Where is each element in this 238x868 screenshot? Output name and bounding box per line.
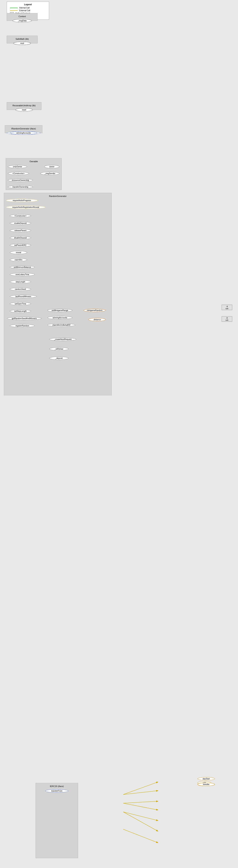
node-withdraw[interactable]: _withdraw	[49, 347, 69, 350]
context-label: Context	[9, 15, 35, 18]
legend-external-label: External Call	[19, 9, 30, 11]
node-createNextRequest[interactable]: _createNextRequest	[49, 338, 76, 341]
node-registerRandom-rg[interactable]: registerRandom	[10, 324, 35, 328]
node-transferFrom[interactable]: transferFrom	[45, 789, 68, 793]
node-randomSeed-rg[interactable]: randomSeed	[10, 287, 31, 291]
node-renounceOwnership[interactable]: renounceOwnership	[8, 179, 33, 182]
svg-line-19	[123, 829, 158, 843]
b-sub-box: .b sub	[222, 316, 232, 322]
node-reveal-rg[interactable]: reveal	[10, 251, 27, 254]
node-deposit[interactable]: _deposit	[49, 356, 69, 360]
node-requireNotInProgress[interactable]: requireNotInProgress	[6, 199, 38, 202]
svg-line-16	[123, 803, 158, 810]
ownable-section: Ownable onlyOwner <Constructor> renounce…	[6, 158, 62, 190]
node-setParentERC-rg[interactable]: setParentERC	[10, 244, 31, 247]
external-nodes: dayStart add openTime add tStep mul send…	[198, 777, 215, 783]
legend-internal-call: Internal Call	[10, 7, 46, 9]
node-nextLotteryTime-rg[interactable]: nextLotteryTime	[10, 273, 35, 276]
irandom-section: IRandomGenerator (iface) registerRandom …	[5, 125, 42, 133]
node-onlyOwner[interactable]: onlyOwner	[8, 165, 27, 168]
svg-line-13	[123, 782, 158, 795]
sub-label-1: sub	[226, 308, 228, 310]
legend-external-call: External Call	[10, 9, 46, 11]
legend-title: Legend	[10, 3, 46, 6]
safemath-section: SafeMath (lib) tryAdd trySub tryMul tryD…	[7, 36, 38, 43]
node-lastRoundWinners-rg[interactable]: lastRoundWinners	[10, 295, 37, 298]
node-dayStart[interactable]: dayStart	[198, 777, 215, 780]
node-msgData[interactable]: _msgData	[12, 19, 32, 22]
sub-label-2: sub	[226, 319, 228, 321]
node-winningAccounts-rg[interactable]: winningAccounts	[47, 316, 72, 319]
safemath-label: SafeMath (lib)	[9, 37, 35, 40]
node-releaseParent[interactable]: releaseParent	[10, 229, 31, 232]
node-distance[interactable]: .distance	[89, 318, 106, 321]
ownable-label: Ownable	[8, 160, 60, 163]
legend-line-yellow	[10, 10, 18, 11]
context-section: Context _msgSender _msgData	[7, 13, 38, 21]
node-constructor-rg[interactable]: <Constructor>	[10, 214, 31, 218]
node-stepLength-rg[interactable]: stepLength	[10, 280, 31, 283]
node-reset[interactable]: reset	[15, 108, 33, 112]
irandom-label: IRandomGenerator (iface)	[7, 127, 40, 130]
svg-line-15	[123, 801, 158, 803]
svg-line-17	[123, 812, 158, 820]
node-disableDeposit[interactable]: disableDeposit	[10, 236, 31, 240]
diagram-container: Legend Internal Call External Call Defin…	[0, 0, 238, 868]
node-winningAccounts[interactable]: winningAccounts	[10, 131, 37, 134]
node-claimWin-rg[interactable]: claimWin	[10, 258, 27, 261]
node-transferOwnership[interactable]: transferOwnership	[8, 185, 33, 189]
legend-internal-label: Internal Call	[19, 7, 30, 9]
node-setOpenTime[interactable]: setOpenTime	[10, 302, 31, 306]
a-sub-box: .a sub	[222, 305, 232, 310]
node-msgSender-ownable[interactable]: _msgSender	[40, 172, 60, 175]
svg-line-14	[123, 791, 158, 795]
node-minigameRandom-rg[interactable]: minigameRandom	[83, 309, 106, 312]
node-getRandomSeedAndWinners-rg[interactable]: getRandomSeedAndWinners	[7, 317, 42, 320]
svg-line-18	[123, 812, 158, 831]
node-setStepLength[interactable]: setStepLength	[10, 310, 31, 313]
ierc20-label: IERC20 (iface)	[38, 785, 76, 788]
node-mod[interactable]: mod	[13, 42, 31, 45]
a-sub-label: .a	[226, 305, 228, 307]
b-sub-label: .b	[226, 317, 228, 319]
node-owner[interactable]: owner	[44, 165, 60, 168]
node-setMinimumBalance[interactable]: setMinimumBalance	[10, 266, 35, 269]
reuseable-section: ReuseableUintArray (lib) push get reset	[7, 102, 41, 110]
node-setMinigameRange[interactable]: setMinigameRange	[47, 309, 72, 312]
node-requireNotInRegistrationReveal[interactable]: requireNotInRegistrationReveal	[6, 206, 45, 209]
randomgenerator-section: RandomGenerator requireNotInProgress req…	[4, 193, 112, 395]
rg-label: RandomGenerator	[6, 194, 109, 198]
node-transfer-ext[interactable]: transfer	[198, 783, 215, 786]
node-claimWinOnBehalfOf-rg[interactable]: claimWinOnBehalfOf	[47, 323, 75, 327]
node-enableDeposit[interactable]: enableDeposit	[10, 222, 31, 225]
legend-line-green	[10, 8, 18, 8]
ierc20-section: IERC20 (iface) totalSupply balanceOf tra…	[36, 783, 78, 858]
reuseable-label: ReuseableUintArray (lib)	[9, 104, 39, 107]
node-constructor-ownable[interactable]: <Constructor>	[8, 172, 29, 175]
